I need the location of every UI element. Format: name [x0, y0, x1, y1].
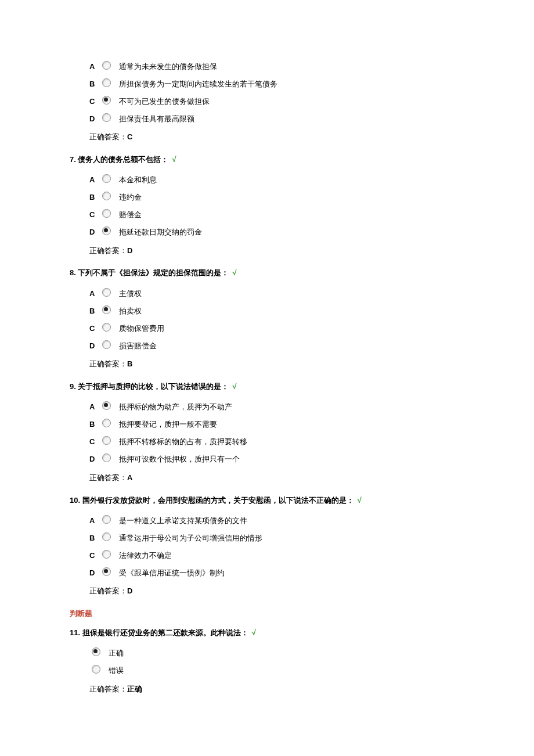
option-row: D损害赔偿金: [70, 337, 476, 355]
radio-button[interactable]: [102, 113, 111, 122]
option-row: A抵押标的物为动产，质押为不动产: [70, 399, 476, 416]
radio-button[interactable]: [102, 78, 111, 87]
question-number: 8.: [70, 268, 78, 277]
option-row: B抵押要登记，质押一般不需要: [70, 416, 476, 434]
option-letter: A: [89, 515, 100, 527]
option-row: A是一种道义上承诺支持某项债务的文件: [70, 512, 476, 530]
option-letter: D: [89, 340, 100, 352]
option-letter: B: [89, 532, 100, 545]
radio-button[interactable]: [102, 174, 111, 183]
option-letter: C: [89, 96, 100, 108]
option-letter: B: [89, 419, 100, 431]
option-text: 法律效力不确定: [119, 550, 476, 562]
question-stem: 9. 关于抵押与质押的比较，以下说法错误的是：√: [70, 381, 476, 393]
radio-button[interactable]: [102, 436, 111, 445]
radio-button[interactable]: [102, 453, 111, 462]
question: 8. 下列不属于《担保法》规定的担保范围的是：√A主债权B拍卖权C质物保管费用D…: [70, 267, 476, 373]
radio-button[interactable]: [102, 192, 111, 200]
option-letter: C: [89, 323, 100, 335]
question-stem: 11. 担保是银行还贷业务的第二还款来源。此种说法：√: [70, 627, 476, 639]
answer-label: 正确答案：: [89, 586, 127, 595]
option-row: C法律效力不确定: [70, 547, 476, 564]
option-letter: A: [89, 174, 100, 186]
option-row: D抵押可设数个抵押权，质押只有一个: [70, 451, 476, 469]
answer-value: D: [127, 586, 132, 595]
option-text: 是一种道义上承诺支持某项债务的文件: [119, 515, 476, 527]
option-letter: A: [89, 288, 100, 300]
radio-button[interactable]: [102, 340, 111, 349]
radio-button[interactable]: [102, 550, 111, 559]
option-row: A主债权: [70, 285, 476, 303]
radio-button[interactable]: [102, 209, 111, 218]
option-row: B拍卖权: [70, 303, 476, 320]
answer-label: 正确答案：: [89, 246, 127, 255]
question: A通常为未来发生的债务做担保B所担保债务为一定期间内连续发生的若干笔债务C不可为…: [70, 58, 476, 146]
radio-button[interactable]: [102, 567, 111, 576]
option-row: 错误: [70, 663, 476, 680]
question-number: 9.: [70, 382, 78, 391]
option-row: C抵押不转移标的物的占有，质押要转移: [70, 434, 476, 451]
radio-button[interactable]: [102, 288, 111, 297]
option-letter: B: [89, 78, 100, 91]
option-text: 本金和利息: [119, 174, 476, 186]
question: 9. 关于抵押与质押的比较，以下说法错误的是：√A抵押标的物为动产，质押为不动产…: [70, 381, 476, 487]
option-text: 抵押可设数个抵押权，质押只有一个: [119, 453, 476, 466]
correct-check-icon: √: [232, 268, 236, 277]
answer-value: C: [127, 132, 132, 141]
option-row: 正确: [70, 645, 476, 663]
answer-line: 正确答案：D: [70, 583, 476, 600]
answer-line: 正确答案：正确: [70, 681, 476, 698]
option-text: 拖延还款日期交纳的罚金: [119, 226, 476, 239]
question: 11. 担保是银行还贷业务的第二还款来源。此种说法：√正确错误正确答案：正确: [70, 627, 476, 698]
radio-button[interactable]: [102, 305, 111, 314]
radio-button[interactable]: [102, 515, 111, 524]
radio-button[interactable]: [92, 665, 100, 674]
answer-label: 正确答案：: [89, 685, 127, 693]
radio-button[interactable]: [102, 532, 111, 541]
option-letter: D: [89, 453, 100, 466]
option-row: D受《跟单信用证统一惯例》制约: [70, 564, 476, 582]
answer-label: 正确答案：: [89, 473, 127, 482]
answer-value: A: [127, 473, 132, 482]
option-letter: C: [89, 550, 100, 562]
option-letter: B: [89, 305, 100, 318]
option-letter: D: [89, 567, 100, 579]
radio-button[interactable]: [102, 96, 111, 105]
option-row: B违约金: [70, 189, 476, 207]
option-letter: B: [89, 192, 100, 204]
option-letter: C: [89, 436, 100, 448]
option-letter: A: [89, 61, 100, 73]
answer-value: 正确: [127, 685, 142, 693]
radio-button[interactable]: [102, 61, 111, 70]
radio-button[interactable]: [102, 419, 111, 427]
radio-button[interactable]: [102, 226, 111, 235]
radio-button[interactable]: [102, 401, 111, 410]
option-row: D担保责任具有最高限额: [70, 110, 476, 128]
question: 10. 国外银行发放贷款时，会用到安慰函的方式，关于安慰函，以下说法不正确的是：…: [70, 495, 476, 600]
option-text: 拍卖权: [119, 305, 476, 318]
option-row: C赔偿金: [70, 207, 476, 224]
option-text: 主债权: [119, 288, 476, 300]
question-stem: 8. 下列不属于《担保法》规定的担保范围的是：√: [70, 267, 476, 279]
answer-value: B: [127, 359, 132, 368]
question-stem: 10. 国外银行发放贷款时，会用到安慰函的方式，关于安慰函，以下说法不正确的是：…: [70, 495, 476, 507]
radio-button[interactable]: [92, 647, 100, 656]
question-number: 7.: [70, 155, 78, 164]
correct-check-icon: √: [172, 155, 176, 164]
radio-button[interactable]: [102, 323, 111, 332]
answer-label: 正确答案：: [89, 132, 127, 141]
option-row: A本金和利息: [70, 172, 476, 189]
answer-line: 正确答案：D: [70, 243, 476, 260]
option-row: C不可为已发生的债务做担保: [70, 93, 476, 110]
question: 7. 债务人的债务总额不包括：√A本金和利息B违约金C赔偿金D拖延还款日期交纳的…: [70, 154, 476, 260]
option-text: 抵押标的物为动产，质押为不动产: [119, 401, 476, 413]
option-text: 所担保债务为一定期间内连续发生的若干笔债务: [119, 78, 476, 91]
option-text: 赔偿金: [119, 209, 476, 221]
option-letter: A: [89, 401, 100, 413]
question-text: 关于抵押与质押的比较，以下说法错误的是：: [78, 382, 229, 391]
correct-check-icon: √: [232, 382, 236, 391]
correct-check-icon: √: [252, 628, 256, 637]
option-row: B通常运用于母公司为子公司增强信用的情形: [70, 530, 476, 547]
option-letter: D: [89, 226, 100, 239]
option-text: 正确: [109, 647, 476, 660]
